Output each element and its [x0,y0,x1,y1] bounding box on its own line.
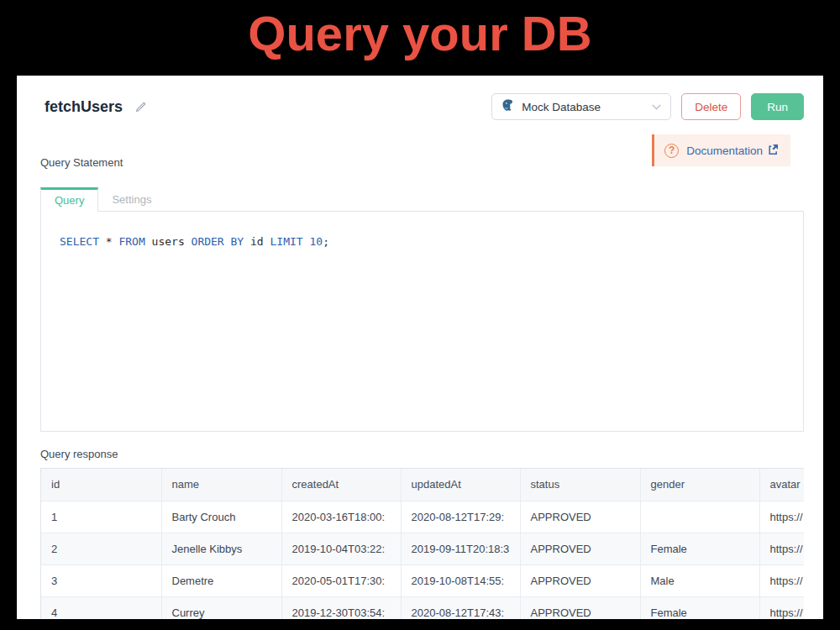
table-cell: Male [640,564,759,596]
column-header-gender: gender [640,469,759,501]
sql-token: 10 [309,235,323,248]
documentation-link[interactable]: Documentation [686,144,779,158]
table-cell: 2020-03-16T18:00: [281,501,401,533]
column-header-updatedAt: updatedAt [401,469,520,501]
query-response-label: Query response [40,448,804,460]
sql-token: id [244,235,270,248]
query-panel: fetchUsers Mock Database Delete [17,76,823,619]
table-cell: APPROVED [520,533,640,564]
table-cell: APPROVED [520,501,640,533]
run-button[interactable]: Run [751,93,804,120]
response-table: idnamecreatedAtupdatedAtstatusgenderavat… [41,469,804,619]
table-cell: 2020-08-12T17:43: [401,596,520,619]
column-header-status: status [520,469,640,501]
external-link-icon [767,144,779,158]
edit-pencil-icon[interactable] [134,101,147,113]
table-cell: 2020-05-01T17:30: [281,564,401,596]
query-name: fetchUsers [45,98,123,116]
column-header-avatar: avatar [759,469,804,501]
table-cell: https:// [759,564,804,596]
sql-token: SELECT [60,235,99,248]
resource-dropdown-value: Mock Database [522,101,601,113]
sql-code-line: SELECT * FROM users ORDER BY id LIMIT 10… [60,235,785,248]
page-title: Query your DB [0,5,840,61]
chevron-down-icon [651,102,662,113]
table-cell: Demetre [161,564,281,596]
column-header-createdAt: createdAt [281,469,401,501]
table-row[interactable]: 2Jenelle Kibbys2019-10-04T03:22:2019-09-… [41,533,804,564]
table-cell: Barty Crouch [161,501,281,533]
table-row[interactable]: 4Currey2019-12-30T03:54:2020-08-12T17:43… [41,596,804,619]
sql-token: LIMIT [270,235,303,248]
table-cell [640,501,759,533]
table-cell: Jenelle Kibbys [161,533,281,564]
sql-editor[interactable]: SELECT * FROM users ORDER BY id LIMIT 10… [40,212,804,432]
sql-token: ; [323,235,329,248]
table-cell: https:// [759,596,804,619]
table-cell: 2020-08-12T17:29: [401,501,520,533]
sql-token: * [99,235,118,248]
query-name-wrap: fetchUsers [45,98,147,116]
table-cell: 2019-09-11T20:18:3 [401,533,520,564]
documentation-banner: ? Documentation [652,134,790,166]
question-circle-icon: ? [664,144,679,158]
editor-tabbar: Query Settings [40,186,804,212]
table-row[interactable]: 3Demetre2020-05-01T17:30:2019-10-08T14:5… [41,564,804,596]
column-header-name: name [161,469,281,501]
tab-settings[interactable]: Settings [98,186,165,211]
table-cell: Currey [161,596,281,619]
header-controls: Mock Database Delete Run [491,93,804,120]
table-row[interactable]: 1Barty Crouch2020-03-16T18:00:2020-08-12… [41,501,804,533]
table-cell: 3 [41,564,161,596]
sql-token: ORDER BY [192,235,244,248]
table-cell: 2 [41,533,161,564]
delete-button[interactable]: Delete [681,93,741,120]
postgresql-icon [501,98,515,116]
table-cell: 1 [41,501,161,533]
documentation-link-label: Documentation [686,144,763,157]
table-cell: Female [640,596,759,619]
column-header-id: id [41,469,161,501]
table-cell: 4 [41,596,161,619]
table-cell: APPROVED [520,596,640,619]
sql-token: FROM [118,235,144,248]
table-cell: 2019-10-08T14:55: [401,564,520,596]
table-cell: APPROVED [520,564,640,596]
sql-token: users [145,235,192,248]
table-cell: 2019-10-04T03:22: [281,533,401,564]
tab-query[interactable]: Query [40,187,98,212]
table-cell: 2019-12-30T03:54: [281,596,401,619]
table-cell: https:// [759,533,804,564]
panel-header: fetchUsers Mock Database Delete [40,93,804,120]
table-cell: https:// [759,501,804,533]
table-cell: Female [640,533,759,564]
table-header-row: idnamecreatedAtupdatedAtstatusgenderavat… [41,469,804,501]
resource-dropdown[interactable]: Mock Database [491,93,671,120]
response-table-container[interactable]: idnamecreatedAtupdatedAtstatusgenderavat… [40,468,804,619]
